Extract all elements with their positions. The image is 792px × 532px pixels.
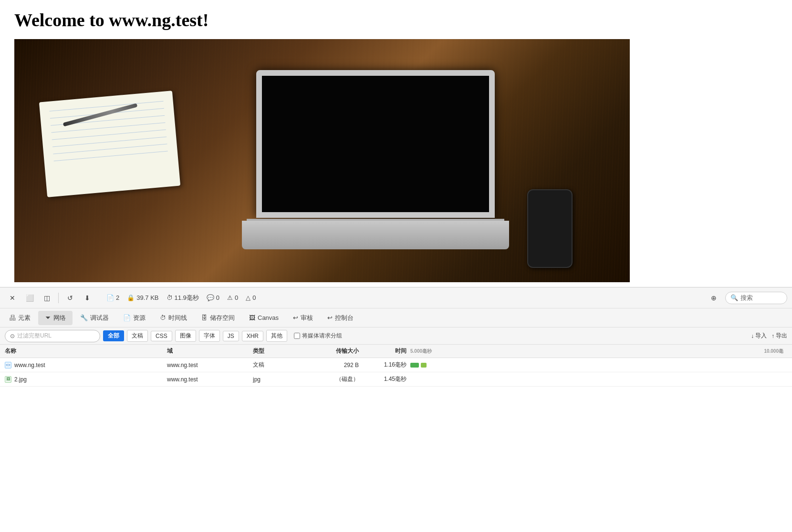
tab-timeline-label: 时间线 bbox=[168, 314, 187, 322]
filter-font-button[interactable]: 字体 bbox=[199, 330, 220, 342]
requests-count: 2 bbox=[116, 294, 119, 301]
group-media-label: 将媒体请求分组 bbox=[302, 332, 342, 340]
network-table: 名称 域 类型 传输大小 时间 5.000毫秒 10.000毫 <> www.n… bbox=[0, 345, 792, 387]
col-domain[interactable]: 域 bbox=[167, 347, 253, 355]
row1-time: 1.16毫秒 bbox=[363, 361, 410, 369]
notebook-decoration bbox=[39, 91, 180, 197]
row2-time: 1.45毫秒 bbox=[363, 375, 410, 383]
search-icon: 🔍 bbox=[730, 294, 738, 301]
filter-all-button[interactable]: 全部 bbox=[103, 330, 124, 341]
filter-bar: ⊙ 过滤完整URL 全部 文稿 CSS 图像 字体 JS XHR 其他 将媒体请… bbox=[0, 327, 792, 345]
import-label: 导入 bbox=[755, 332, 767, 340]
timeline-icon: ⏱ bbox=[160, 314, 166, 321]
table-row[interactable]: <> www.ng.test www.ng.test 文稿 292 B 1.16… bbox=[0, 358, 792, 372]
img-file-icon: 🖼 bbox=[5, 376, 11, 383]
search-label: 搜索 bbox=[740, 294, 753, 302]
phone-decoration bbox=[527, 189, 573, 268]
warnings-count: 0 bbox=[235, 294, 238, 301]
tab-audit[interactable]: ↩ 审核 bbox=[286, 311, 320, 325]
page-title: Welcome to www.ng.test! bbox=[14, 10, 778, 31]
toolbar-right: ⊕ 🔍 搜索 bbox=[706, 291, 787, 305]
warning-icon: ⚠ bbox=[227, 294, 233, 301]
row1-filename: www.ng.test bbox=[14, 362, 45, 368]
devtools-toolbar: ✕ ⬜ ◫ ↺ ⬇ 📄 2 🔒 39.7 KB ⏱ 11.9毫秒 💬 0 bbox=[0, 287, 792, 308]
filter-placeholder: 过滤完整URL bbox=[17, 332, 52, 340]
messages-count: 0 bbox=[216, 294, 219, 301]
storage-icon: 🗄 bbox=[201, 314, 208, 321]
table-row[interactable]: 🖼 2.jpg www.ng.test jpg （磁盘） 1.45毫秒 bbox=[0, 372, 792, 387]
filter-other-button[interactable]: 其他 bbox=[266, 330, 287, 342]
errors-stat: △ 0 bbox=[246, 294, 256, 301]
toolbar-stats: 📄 2 🔒 39.7 KB ⏱ 11.9毫秒 💬 0 ⚠ 0 △ 0 bbox=[106, 294, 256, 302]
tab-storage[interactable]: 🗄 储存空间 bbox=[195, 311, 241, 325]
filter-image-button[interactable]: 图像 bbox=[175, 330, 196, 342]
row1-size: 292 B bbox=[305, 362, 363, 368]
timeline-tick-2: 10.000毫 bbox=[764, 348, 783, 355]
tab-storage-label: 储存空间 bbox=[210, 314, 235, 322]
errors-count: 0 bbox=[252, 294, 256, 301]
tab-debugger[interactable]: 🔧 调试器 bbox=[73, 311, 115, 325]
filter-doc-button[interactable]: 文稿 bbox=[127, 330, 148, 342]
tab-timeline[interactable]: ⏱ 时间线 bbox=[153, 311, 194, 325]
row1-timeline bbox=[410, 363, 787, 368]
tab-canvas[interactable]: 🖼 Canvas bbox=[242, 311, 285, 324]
col-name[interactable]: 名称 bbox=[5, 347, 167, 355]
import-icon: ↓ bbox=[751, 333, 754, 339]
target-button[interactable]: ⊕ bbox=[706, 291, 721, 305]
timeline-tick-1: 5.000毫秒 bbox=[410, 348, 432, 355]
filter-xhr-button[interactable]: XHR bbox=[242, 331, 263, 341]
messages-stat: 💬 0 bbox=[207, 294, 219, 301]
network-icon: ⏷ bbox=[45, 314, 51, 321]
requests-stat: 📄 2 bbox=[106, 294, 119, 301]
document-icon: 📄 bbox=[106, 294, 114, 301]
export-button[interactable]: ↑ 导出 bbox=[771, 332, 787, 340]
export-label: 导出 bbox=[776, 332, 787, 340]
download-button[interactable]: ⬇ bbox=[80, 291, 95, 305]
filter-icon: ⊙ bbox=[10, 333, 15, 339]
devtools-tabs: 品 元素 ⏷ 网络 🔧 调试器 📄 资源 ⏱ 时间线 🗄 储存空间 🖼 Canv… bbox=[0, 308, 792, 327]
page-content: Welcome to www.ng.test! bbox=[0, 0, 792, 287]
devtools-panel: ✕ ⬜ ◫ ↺ ⬇ 📄 2 🔒 39.7 KB ⏱ 11.9毫秒 💬 0 bbox=[0, 287, 792, 387]
row1-bar bbox=[410, 363, 419, 368]
tab-resources[interactable]: 📄 资源 bbox=[116, 311, 152, 325]
col-time[interactable]: 时间 bbox=[363, 347, 410, 355]
filter-url-input[interactable]: ⊙ 过滤完整URL bbox=[5, 330, 100, 342]
row2-filename: 2.jpg bbox=[14, 376, 27, 383]
col-size[interactable]: 传输大小 bbox=[305, 347, 363, 355]
tab-console[interactable]: ↩ 控制台 bbox=[321, 311, 360, 325]
tab-elements[interactable]: 品 元素 bbox=[3, 311, 37, 325]
tab-audit-label: 审核 bbox=[301, 314, 313, 322]
laptop-decoration bbox=[242, 70, 509, 251]
elements-icon: 品 bbox=[10, 314, 16, 322]
tab-console-label: 控制台 bbox=[335, 314, 354, 322]
row2-type: jpg bbox=[253, 376, 305, 383]
dock-button[interactable]: ⬜ bbox=[22, 291, 37, 305]
split-button[interactable]: ◫ bbox=[39, 291, 54, 305]
tab-elements-label: 元素 bbox=[18, 314, 31, 322]
group-media-input[interactable] bbox=[294, 333, 300, 339]
lock-icon: 🔒 bbox=[127, 294, 135, 301]
message-icon: 💬 bbox=[207, 294, 214, 301]
close-button[interactable]: ✕ bbox=[5, 291, 20, 305]
tab-network[interactable]: ⏷ 网络 bbox=[38, 311, 73, 325]
export-icon: ↑ bbox=[771, 333, 774, 339]
table-header: 名称 域 类型 传输大小 时间 5.000毫秒 10.000毫 bbox=[0, 345, 792, 358]
import-button[interactable]: ↓ 导入 bbox=[751, 332, 767, 340]
size-stat: 🔒 39.7 KB bbox=[127, 294, 158, 301]
tab-resources-label: 资源 bbox=[133, 314, 146, 322]
time-icon: ⏱ bbox=[167, 294, 173, 301]
col-type[interactable]: 类型 bbox=[253, 347, 305, 355]
filter-right-actions: ↓ 导入 ↑ 导出 bbox=[751, 332, 787, 340]
tab-debugger-label: 调试器 bbox=[90, 314, 109, 322]
row2-size: （磁盘） bbox=[305, 375, 363, 383]
tab-canvas-label: Canvas bbox=[258, 314, 279, 321]
error-icon: △ bbox=[246, 294, 250, 301]
group-media-checkbox[interactable]: 将媒体请求分组 bbox=[294, 332, 342, 340]
refresh-button[interactable]: ↺ bbox=[63, 291, 78, 305]
filter-js-button[interactable]: JS bbox=[223, 331, 239, 341]
filter-css-button[interactable]: CSS bbox=[151, 331, 172, 341]
search-box[interactable]: 🔍 搜索 bbox=[725, 292, 787, 304]
row2-name: 🖼 2.jpg bbox=[5, 376, 167, 383]
row2-domain: www.ng.test bbox=[167, 376, 253, 383]
audit-icon: ↩ bbox=[293, 314, 298, 321]
